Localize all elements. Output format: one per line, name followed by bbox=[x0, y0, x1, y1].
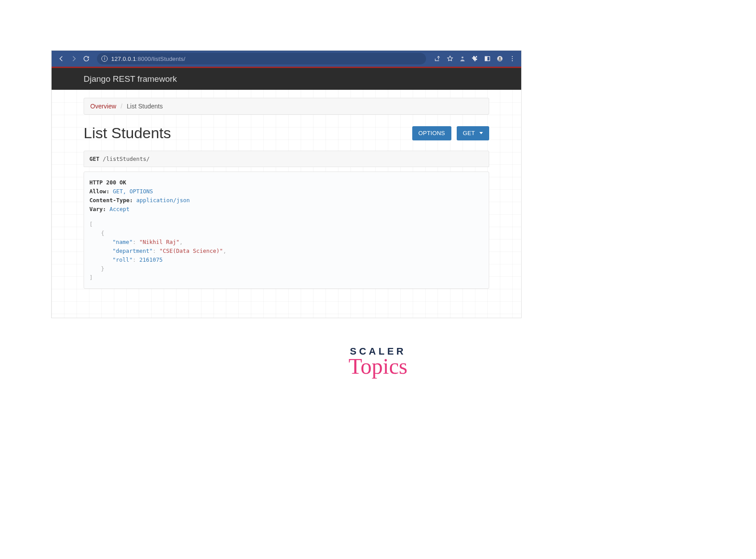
svg-point-6 bbox=[512, 58, 513, 59]
breadcrumb-separator: / bbox=[121, 103, 122, 110]
json-key-name: "name" bbox=[113, 239, 133, 245]
request-method: GET bbox=[89, 156, 100, 162]
caret-down-icon bbox=[479, 132, 483, 134]
svg-point-7 bbox=[512, 60, 513, 61]
response-panel: HTTP 200 OK Allow: GET, OPTIONS Content-… bbox=[84, 172, 489, 289]
breadcrumb-root[interactable]: Overview bbox=[90, 103, 116, 110]
site-info-icon[interactable]: i bbox=[101, 56, 108, 62]
content-type-label: Content-Type: bbox=[89, 197, 133, 204]
json-key-department: "department" bbox=[113, 248, 153, 254]
url-bar[interactable]: i 127.0.0.1:8000/listStudents/ bbox=[97, 53, 426, 64]
reload-icon[interactable] bbox=[83, 55, 90, 62]
toolbar-right bbox=[434, 55, 516, 62]
svg-point-0 bbox=[462, 56, 463, 58]
svg-rect-2 bbox=[485, 56, 487, 60]
logo-line2: Topics bbox=[349, 356, 408, 376]
allow-label: Allow: bbox=[89, 188, 109, 195]
forward-icon[interactable] bbox=[70, 55, 77, 62]
title-row: List Students OPTIONS GET bbox=[84, 124, 489, 142]
url-host: 127.0.0.1 bbox=[111, 56, 136, 62]
get-button[interactable]: GET bbox=[457, 126, 489, 140]
panel-icon[interactable] bbox=[484, 55, 491, 62]
request-path: /listStudents/ bbox=[103, 156, 149, 162]
breadcrumb-current: List Students bbox=[127, 103, 163, 110]
action-buttons: OPTIONS GET bbox=[412, 126, 489, 140]
back-icon[interactable] bbox=[58, 55, 65, 62]
json-key-roll: "roll" bbox=[113, 256, 133, 263]
json-body: [ { "name": "Nikhil Raj", "department": … bbox=[89, 220, 483, 282]
vary-label: Vary: bbox=[89, 206, 106, 212]
share-icon[interactable] bbox=[434, 55, 441, 62]
framework-title[interactable]: Django REST framework bbox=[84, 74, 177, 84]
content-area: Overview / List Students List Students O… bbox=[52, 90, 521, 318]
browser-toolbar: i 127.0.0.1:8000/listStudents/ bbox=[52, 51, 521, 67]
request-line: GET /listStudents/ bbox=[84, 151, 489, 167]
svg-point-5 bbox=[512, 56, 513, 57]
status-line: HTTP 200 OK bbox=[89, 179, 126, 186]
page-title: List Students bbox=[84, 124, 171, 142]
vary-value: Accept bbox=[109, 206, 129, 212]
content-type-value: application/json bbox=[136, 197, 189, 204]
nav-buttons bbox=[58, 55, 90, 62]
framework-header: Django REST framework bbox=[52, 68, 521, 90]
profile-icon[interactable] bbox=[459, 55, 466, 62]
json-val-name: "Nikhil Raj" bbox=[139, 239, 179, 245]
scaler-logo: SCALER Topics bbox=[0, 346, 756, 376]
json-val-department: "CSE(Data Science)" bbox=[159, 248, 223, 254]
extensions-icon[interactable] bbox=[471, 55, 479, 62]
get-button-label: GET bbox=[463, 130, 475, 136]
svg-point-4 bbox=[499, 57, 501, 59]
json-val-roll: 2161075 bbox=[139, 256, 163, 263]
options-button[interactable]: OPTIONS bbox=[412, 126, 451, 140]
menu-icon[interactable] bbox=[509, 55, 516, 62]
url-text: 127.0.0.1:8000/listStudents/ bbox=[111, 56, 185, 62]
browser-window: i 127.0.0.1:8000/listStudents/ bbox=[51, 50, 522, 318]
star-icon[interactable] bbox=[446, 55, 454, 62]
avatar-icon[interactable] bbox=[496, 55, 503, 62]
allow-value: GET, OPTIONS bbox=[113, 188, 153, 195]
breadcrumb: Overview / List Students bbox=[84, 98, 489, 115]
url-path: :8000/listStudents/ bbox=[136, 56, 185, 62]
